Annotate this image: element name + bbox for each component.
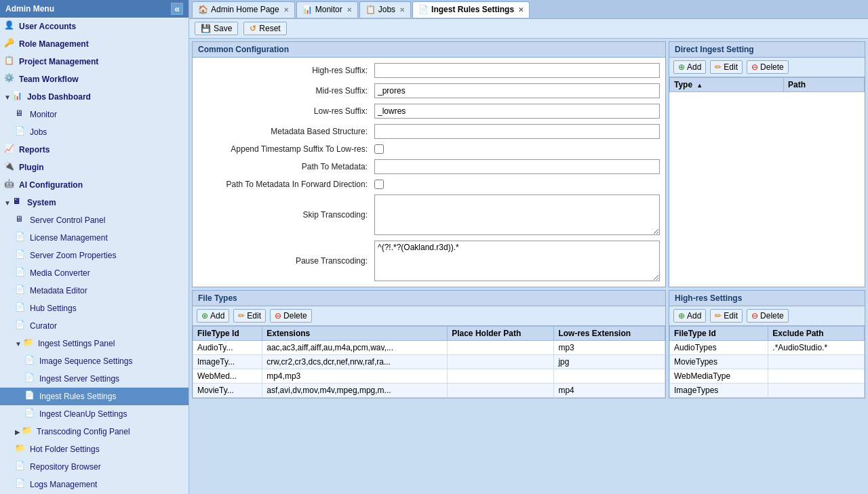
- transcoding-config-panel-icon: 📁: [22, 426, 34, 438]
- file-types-panel: File Types ⊕ Add ✏ Edit: [192, 290, 666, 398]
- mid-res-suffix-input[interactable]: [374, 83, 660, 98]
- low-res-suffix-row: Low-res Suffix:: [198, 104, 660, 119]
- repository-browser-icon: 📄: [15, 461, 27, 473]
- tab-monitor-close[interactable]: ✕: [347, 6, 352, 14]
- tab-monitor[interactable]: 📊 Monitor ✕: [296, 1, 358, 18]
- filetype-id-col: FileType Id: [193, 327, 262, 341]
- direct-ingest-add-button[interactable]: ⊕ Add: [673, 60, 706, 74]
- sidebar-item-license-management[interactable]: 📄 License Management: [0, 229, 189, 247]
- sidebar-item-system[interactable]: ▼ 🖥 System: [0, 194, 189, 211]
- sidebar-item-hot-folder-settings[interactable]: 📁 Hot Folder Settings: [0, 440, 189, 458]
- sidebar-collapse-button[interactable]: «: [171, 3, 183, 15]
- file-types-table: FileType Id Extensions Place Holder Path…: [193, 326, 665, 398]
- append-timestamp-checkbox[interactable]: [374, 144, 384, 154]
- sidebar-item-repository-browser[interactable]: 📄 Repository Browser: [0, 458, 189, 476]
- table-row[interactable]: WebMed... mp4,mp3: [193, 369, 665, 384]
- high-res-edit-button[interactable]: ✏ Edit: [710, 309, 743, 323]
- row-placeholder: [448, 369, 554, 384]
- sidebar-item-ingest-server-settings[interactable]: 📄 Ingest Server Settings: [0, 370, 189, 388]
- table-row[interactable]: WebMediaType: [670, 369, 865, 384]
- tab-jobs-close[interactable]: ✕: [399, 6, 405, 14]
- system-expand-icon: ▼: [4, 199, 11, 207]
- sidebar-item-ingest-cleanup-settings[interactable]: 📄 Ingest CleanUp Settings: [0, 405, 189, 423]
- hot-folder-settings-icon: 📁: [15, 443, 27, 455]
- system-icon: 🖥: [12, 197, 24, 209]
- mid-res-suffix-label: Mid-res Suffix:: [198, 86, 374, 96]
- sidebar-item-transcoding-config-panel[interactable]: ▶ 📁 Transcoding Config Panel: [0, 423, 189, 440]
- sidebar-item-plugin[interactable]: 🔌 Plugin: [0, 159, 189, 176]
- sidebar-item-metadata-editor[interactable]: 📄 Metadata Editor: [0, 282, 189, 300]
- tab-admin-home-close[interactable]: ✕: [283, 6, 289, 14]
- table-row[interactable]: AudioTy... aac,ac3,aiff,aiff,au,m4a,pcm,…: [193, 341, 665, 355]
- high-res-settings-toolbar: ⊕ Add ✏ Edit ⊖ Delete: [669, 306, 865, 326]
- sidebar-item-ai-configuration[interactable]: 🤖 AI Configuration: [0, 176, 189, 194]
- metadata-based-structure-label: Metadata Based Structure:: [198, 127, 374, 136]
- team-workflow-icon: ⚙️: [4, 73, 16, 85]
- mid-res-suffix-row: Mid-res Suffix:: [198, 83, 660, 98]
- sidebar-item-curator[interactable]: 📄 Curator: [0, 317, 189, 335]
- sidebar-item-role-management[interactable]: 🔑 Role Management: [0, 35, 189, 53]
- skip-transcoding-label: Skip Transcoding:: [198, 210, 374, 220]
- tab-admin-home[interactable]: 🏠 Admin Home Page ✕: [192, 1, 295, 18]
- table-row[interactable]: AudioTypes .*AudioStudio.*: [670, 341, 865, 355]
- tab-ingest-rules[interactable]: 📄 Ingest Rules Settings ✕: [412, 1, 530, 18]
- sidebar-item-media-converter[interactable]: 📄 Media Converter: [0, 264, 189, 282]
- row-extensions: mp4,mp3: [262, 369, 448, 384]
- file-types-edit-button[interactable]: ✏ Edit: [233, 309, 266, 323]
- sidebar-item-ingest-settings-panel[interactable]: ▼ 📁 Ingest Settings Panel: [0, 335, 189, 352]
- sidebar-item-logs-management[interactable]: 📄 Logs Management: [0, 476, 189, 493]
- file-types-add-icon: ⊕: [201, 311, 208, 321]
- high-res-row-id: MovieTypes: [670, 355, 768, 369]
- pause-transcoding-textarea[interactable]: ^(?!.*?(Oakland.r3d)).*: [374, 241, 660, 281]
- file-types-header: File Types: [193, 291, 665, 306]
- table-row[interactable]: MovieTy... asf,avi,dv,mov,m4v,mpeg,mpg,m…: [193, 384, 665, 398]
- direct-ingest-delete-button[interactable]: ⊖ Delete: [747, 60, 789, 74]
- direct-ingest-edit-button[interactable]: ✏ Edit: [710, 60, 743, 74]
- high-res-row-exclude: [768, 384, 865, 398]
- high-res-add-button[interactable]: ⊕ Add: [673, 309, 706, 323]
- high-res-row-id: AudioTypes: [670, 341, 768, 355]
- ingest-rules-settings-icon: 📄: [24, 390, 37, 403]
- high-res-suffix-input[interactable]: [374, 63, 660, 78]
- reset-button[interactable]: ↺ Reset: [243, 22, 286, 35]
- direct-ingest-panel: Direct Ingest Setting ⊕ Add ✏ Edit: [669, 41, 865, 287]
- table-row[interactable]: MovieTypes: [670, 355, 865, 369]
- sidebar-item-server-zoom-properties[interactable]: 📄 Server Zoom Properties: [0, 247, 189, 264]
- type-sort-icon[interactable]: ▲: [696, 82, 703, 89]
- file-types-edit-icon: ✏: [238, 311, 245, 321]
- high-res-row-exclude: [768, 369, 865, 384]
- tab-monitor-icon: 📊: [302, 5, 313, 14]
- row-placeholder: [448, 355, 554, 369]
- high-res-delete-button[interactable]: ⊖ Delete: [747, 309, 789, 323]
- sidebar-item-monitor[interactable]: 🖥 Monitor: [0, 106, 189, 123]
- high-res-delete-icon: ⊖: [751, 311, 758, 321]
- table-row[interactable]: ImageTypes: [670, 384, 865, 398]
- sidebar-item-image-sequence-settings[interactable]: 📄 Image Sequence Settings: [0, 352, 189, 370]
- sidebar-item-user-accounts[interactable]: 👤 User Accounts: [0, 18, 189, 35]
- sidebar-item-reports[interactable]: 📈 Reports: [0, 141, 189, 159]
- row-filetype-id: WebMed...: [193, 369, 262, 384]
- path-to-metadata-input[interactable]: [374, 159, 660, 174]
- tab-jobs[interactable]: 📋 Jobs ✕: [359, 1, 411, 18]
- file-types-add-button[interactable]: ⊕ Add: [197, 309, 229, 323]
- sidebar-item-jobs[interactable]: 📄 Jobs: [0, 123, 189, 141]
- path-to-metadata-forward-row: Path To Metadata In Forward Direction:: [198, 180, 660, 189]
- direct-ingest-header: Direct Ingest Setting: [669, 42, 865, 58]
- low-res-suffix-input[interactable]: [374, 104, 660, 119]
- sidebar-item-ingest-rules-settings[interactable]: 📄 Ingest Rules Settings: [0, 388, 189, 405]
- common-config-header: Common Configuration: [193, 42, 665, 58]
- file-types-delete-button[interactable]: ⊖ Delete: [270, 309, 312, 323]
- tab-ingest-rules-close[interactable]: ✕: [518, 6, 524, 14]
- sidebar-item-team-workflow[interactable]: ⚙️ Team Workflow: [0, 70, 189, 88]
- path-to-metadata-forward-checkbox[interactable]: [374, 180, 384, 189]
- skip-transcoding-textarea[interactable]: [374, 194, 660, 235]
- metadata-based-structure-input[interactable]: [374, 124, 660, 139]
- table-row[interactable]: ImageTy... crw,cr2,cr3,dcs,dcr,nef,nrw,r…: [193, 355, 665, 369]
- sidebar-item-server-control-panel[interactable]: 🖥 Server Control Panel: [0, 211, 189, 229]
- sidebar-item-jobs-dashboard[interactable]: ▼ 📊 Jobs Dashboard: [0, 88, 189, 106]
- save-button[interactable]: 💾 Save: [195, 22, 238, 35]
- row-filetype-id: ImageTy...: [193, 355, 262, 369]
- sidebar-item-hub-settings[interactable]: 📄 Hub Settings: [0, 300, 189, 317]
- high-res-settings-table: FileType Id Exclude Path AudioTypes .*Au…: [669, 326, 865, 398]
- sidebar-item-project-management[interactable]: 📋 Project Management: [0, 53, 189, 70]
